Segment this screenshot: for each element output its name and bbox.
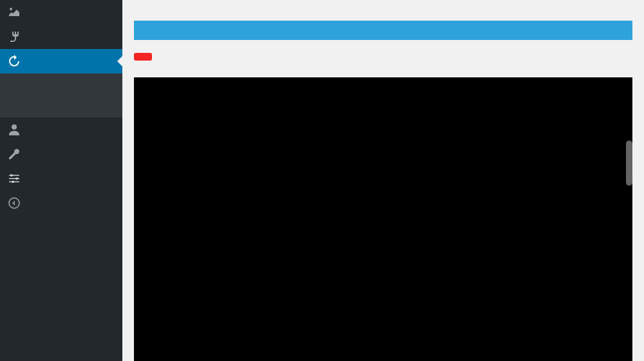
users-icon xyxy=(8,123,21,136)
log-scrollbar[interactable] xyxy=(626,141,632,186)
progress-bar-fill xyxy=(134,21,632,40)
sidebar-item-wpstaging[interactable] xyxy=(0,49,122,73)
svg-point-5 xyxy=(10,174,13,177)
sidebar-item-settings[interactable] xyxy=(0,166,122,191)
log-console[interactable] xyxy=(134,77,632,361)
tools-icon xyxy=(8,148,21,161)
submenu-item-tools[interactable] xyxy=(0,95,122,104)
sidebar-submenu xyxy=(0,73,122,117)
staging-icon xyxy=(8,55,21,68)
sidebar-item-appearance[interactable] xyxy=(0,0,122,24)
cancel-button[interactable] xyxy=(134,53,152,61)
submenu-item-settings[interactable] xyxy=(0,86,122,95)
submenu-item-getpro[interactable] xyxy=(0,104,122,113)
sidebar-item-plugins[interactable] xyxy=(0,24,122,49)
plugins-icon xyxy=(8,30,21,43)
svg-point-0 xyxy=(10,8,12,10)
progress-section xyxy=(134,21,632,61)
sidebar-item-users[interactable] xyxy=(0,117,122,142)
appearance-icon xyxy=(8,6,21,19)
svg-point-6 xyxy=(15,177,18,180)
progress-bar xyxy=(134,21,632,40)
sidebar-item-collapse[interactable] xyxy=(0,191,122,215)
admin-sidebar xyxy=(0,0,122,361)
main-content xyxy=(122,0,644,361)
sidebar-item-tools[interactable] xyxy=(0,142,122,166)
svg-point-7 xyxy=(12,180,14,183)
settings-icon xyxy=(8,172,21,185)
svg-point-1 xyxy=(12,124,17,130)
submenu-item-sites[interactable] xyxy=(0,77,122,86)
collapse-icon xyxy=(8,197,21,210)
